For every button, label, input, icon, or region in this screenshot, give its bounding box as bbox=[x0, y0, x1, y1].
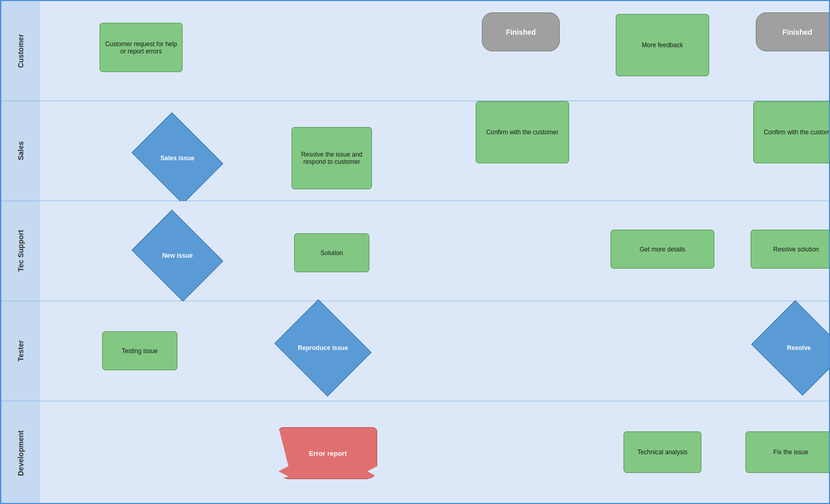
resolve-solution-box: Resolve solution bbox=[751, 230, 830, 269]
sales-issue-diamond-text: Sales issue bbox=[141, 130, 214, 187]
finished-1-box: Finished bbox=[482, 12, 560, 51]
lane-tester: Tester Testing issue Reproduce issue Res… bbox=[1, 301, 829, 401]
customer-request-box: Customer request for help or report erro… bbox=[100, 23, 183, 72]
more-feedback-box: More feedback bbox=[616, 14, 709, 76]
get-more-details-box: Get more details bbox=[611, 230, 714, 269]
lane-label-tec-support: Tec Support bbox=[1, 201, 40, 301]
lane-content-tester: Testing issue Reproduce issue Resolve bbox=[40, 301, 829, 401]
lane-sales: Sales Sales issue Resolve the issue and … bbox=[1, 101, 829, 201]
lane-content-sales: Sales issue Resolve the issue and respon… bbox=[40, 101, 829, 201]
diagram-container: yes no no yes no yes bbox=[0, 0, 830, 504]
new-issue-diamond-text: New issue bbox=[141, 227, 214, 284]
lane-label-sales: Sales bbox=[1, 101, 40, 201]
lane-label-development: Development bbox=[1, 401, 40, 504]
lane-label-customer: Customer bbox=[1, 1, 40, 101]
lane-label-tester: Tester bbox=[1, 301, 40, 401]
reproduce-issue-diamond-text: Reproduce issue bbox=[285, 317, 361, 379]
reproduce-issue-diamond: Reproduce issue bbox=[285, 317, 361, 379]
error-report-box: Error report bbox=[279, 427, 377, 479]
finished-2-box: Finished bbox=[756, 12, 830, 51]
sales-issue-diamond: Sales issue bbox=[141, 130, 214, 187]
resolve-diamond: Resolve bbox=[763, 317, 830, 379]
lane-development: Development Error report Technical analy… bbox=[1, 401, 829, 504]
technical-analysis-box: Technical analysis bbox=[624, 431, 701, 473]
resolve-issue-box: Resolve the issue and respond to custome… bbox=[292, 127, 372, 189]
lane-content-development: Error report Technical analysis Fix the … bbox=[40, 401, 829, 504]
lane-customer: Customer Customer request for help or re… bbox=[1, 1, 829, 101]
confirm-customer-1-box: Confirm with the customer bbox=[476, 101, 569, 163]
lane-content-customer: Customer request for help or report erro… bbox=[40, 1, 829, 101]
resolve-diamond-text: Resolve bbox=[763, 317, 830, 379]
fix-issue-box: Fix the issue bbox=[745, 431, 830, 473]
confirm-customer-2-box: Confirm with the customer bbox=[753, 101, 830, 163]
solution-box: Solution bbox=[294, 233, 369, 272]
testing-issue-box: Testing issue bbox=[102, 331, 177, 370]
lane-content-tec-support: New issue Solution Get more details Reso… bbox=[40, 201, 829, 301]
new-issue-diamond: New issue bbox=[141, 227, 214, 284]
lane-tec-support: Tec Support New issue Solution Get more … bbox=[1, 201, 829, 301]
